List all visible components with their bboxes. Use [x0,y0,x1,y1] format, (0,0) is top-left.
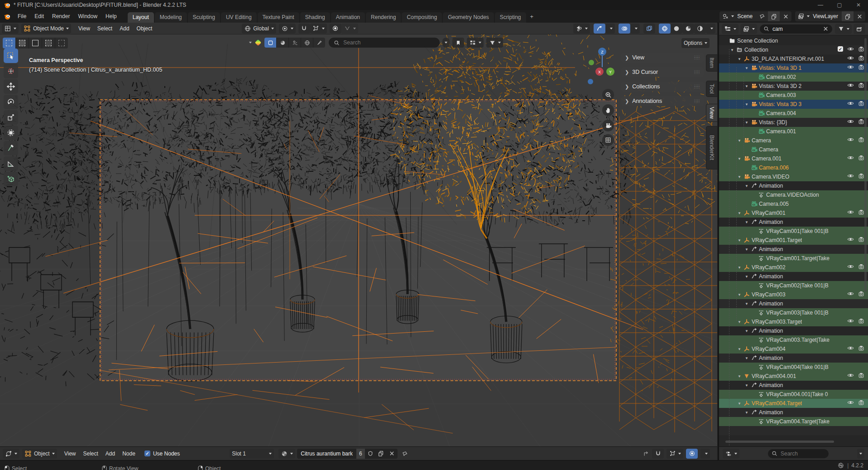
panel-collections[interactable]: ❯Collections:::::::: [621,82,704,92]
editor-type-button[interactable] [2,24,19,34]
panel-drag-grip[interactable]: :::::::: [694,56,700,59]
tab-sculpting[interactable]: Sculpting [188,12,220,23]
outliner-horizontal-scrollbar[interactable] [725,441,834,443]
outliner-row-vraycam004-target-take[interactable]: VRayCam004.Target|Take [719,417,868,426]
panel-drag-grip[interactable]: :::::::: [694,99,700,103]
unlink-material-button[interactable] [387,450,398,457]
scene-unlink-button[interactable] [780,11,791,21]
expand-chevron-icon[interactable]: ▼ [743,247,750,252]
pivot-point-button[interactable] [279,24,296,34]
blender-menu-icon[interactable] [4,13,11,20]
disable-render-icon[interactable] [858,209,864,217]
tool-cursor[interactable] [4,64,18,78]
viewport-menu-view[interactable]: View [75,25,94,32]
outliner-row-vraycam001[interactable]: ▼VRayCam001 [719,208,868,218]
options-button[interactable]: Options [681,38,710,48]
outliner-row-animation[interactable]: ▼Animation [719,272,868,281]
shader-menu-select[interactable]: Select [79,451,101,457]
blenderkit-search-input[interactable] [342,39,435,46]
outliner-row-camera-003[interactable]: Camera.003 [719,91,868,100]
sidebar-tab-blenderkit[interactable]: BlenderKit [706,126,717,170]
hide-eye-icon[interactable] [847,264,854,271]
shader-menu-view[interactable]: View [61,451,80,457]
tool-move[interactable] [4,79,18,94]
shading-rendered-button[interactable] [694,24,706,34]
outliner-row-camera-004[interactable]: Camera.004 [719,109,868,118]
new-collection-button[interactable] [854,24,865,34]
outliner-vertical-scrollbar[interactable] [864,38,867,292]
overlays-dropdown[interactable] [630,24,640,34]
properties-search-input[interactable] [780,450,825,457]
hide-eye-icon[interactable] [847,291,854,298]
outliner-row-animation[interactable]: ▼Animation [719,299,868,308]
disable-render-icon[interactable] [858,119,864,126]
scene-pin-icon[interactable] [756,11,768,21]
tool-scale[interactable] [4,110,18,125]
outliner-row-camera-002[interactable]: Camera.002 [719,73,868,82]
outliner-row-vraycam004[interactable]: ▼VRayCam004 [719,344,868,354]
select-mode-tweak[interactable] [3,38,16,48]
blenderkit-history-dropdown[interactable] [442,38,450,48]
outliner-display-mode-button[interactable] [740,24,757,34]
outliner-filter-button[interactable] [835,24,852,34]
expand-chevron-icon[interactable]: ▼ [743,411,750,415]
outliner-row-vraycam001-take-001-b[interactable]: VRayCam001|Take 001|B [719,227,868,236]
tab-shading[interactable]: Shading [300,12,330,23]
outliner-row-vraycam002[interactable]: ▼VRayCam002 [719,263,868,272]
disable-render-icon[interactable] [858,400,864,407]
navigation-gizmo[interactable]: ZXY [580,45,625,88]
expand-chevron-icon[interactable]: ▼ [743,329,750,333]
outliner-type-button[interactable] [722,24,739,34]
expand-chevron-icon[interactable]: ▼ [736,175,743,179]
expand-chevron-icon[interactable]: ▼ [736,57,743,61]
use-nodes-toggle[interactable]: ✓ Use Nodes [144,451,180,457]
viewlayer-name[interactable]: ViewLayer [812,13,842,19]
shader-mode-selector[interactable]: Object [22,449,57,459]
hide-eye-icon[interactable] [847,318,854,325]
disable-render-icon[interactable] [858,46,864,53]
select-mode-subtract[interactable] [42,38,55,48]
proportional-edit-button[interactable] [330,24,341,34]
tab-compositing[interactable]: Compositing [402,12,442,23]
outliner-row-vraycam002-take-001-b[interactable]: VRayCam002|Take 001|B [719,281,868,290]
object-type-visibility-button[interactable] [573,24,590,34]
tool-measure[interactable] [4,156,18,171]
shader-editor-type-button[interactable] [3,449,19,459]
pan-hand-button[interactable] [602,104,614,116]
shading-material-button[interactable] [682,24,694,34]
new-material-button[interactable] [376,450,387,457]
viewlayer-new-button[interactable] [842,11,854,21]
asset-type-brush-button[interactable] [313,38,325,48]
asset-type-scene-button[interactable] [289,38,301,48]
tab-layout[interactable]: Layout [128,12,154,23]
material-name[interactable]: Citrus aurantium bark [297,451,356,457]
blenderkit-collapse-chevron[interactable] [249,42,252,44]
hide-eye-icon[interactable] [847,237,854,244]
outliner-row-animation[interactable]: ▼Animation [719,354,868,363]
shader-proportional-button[interactable] [686,449,698,459]
expand-chevron-icon[interactable]: ▼ [743,383,750,388]
expand-chevron-icon[interactable]: ▼ [743,356,750,360]
maximize-button[interactable]: ▢ [830,0,849,10]
perspective-toggle-button[interactable] [602,134,614,146]
expand-chevron-icon[interactable]: ▼ [743,184,750,188]
expand-chevron-icon[interactable]: ▼ [736,293,743,297]
expand-chevron-icon[interactable]: ▼ [736,347,743,351]
select-mode-new[interactable] [16,38,29,48]
panel-drag-grip[interactable]: :::::::: [694,85,700,88]
disable-render-icon[interactable] [858,55,864,63]
viewport-menu-select[interactable]: Select [94,25,116,32]
hide-eye-icon[interactable] [847,82,854,90]
tab-rendering[interactable]: Rendering [366,12,401,23]
menu-render[interactable]: Render [48,12,74,21]
outliner-row-vraycam001-target[interactable]: ▼VRayCam001.Target [719,236,868,245]
properties-editor-type-button[interactable] [723,449,739,459]
material-slot-selector[interactable]: Slot 1 [230,449,274,459]
panel-view[interactable]: ❯View:::::::: [621,53,704,63]
tool-add-cube[interactable] [4,172,18,186]
outliner-row-vraycam001-target-take[interactable]: VRayCam001.Target|Take [719,254,868,263]
hide-eye-icon[interactable] [847,64,854,72]
expand-chevron-icon[interactable]: ▼ [729,48,735,52]
proportional-falloff-dropdown[interactable] [341,24,358,34]
fake-user-shield-icon[interactable] [365,450,376,457]
